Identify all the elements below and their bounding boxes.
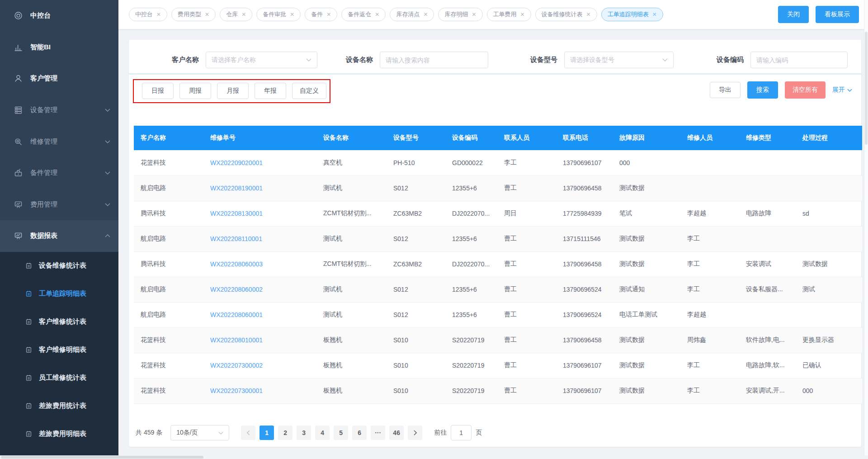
vertical-scrollbar-thumb[interactable] [865,32,868,145]
tab-parts[interactable]: 备件 [305,8,337,21]
cell-fault-reason: 测试通知 [619,285,645,293]
tab-stock-detail[interactable]: 库存明细 [438,8,482,21]
prev-page-button[interactable] [241,426,255,440]
submenu-item-customer-repair-stats[interactable]: 客户维修统计表 [0,308,118,336]
monthly-report-button[interactable]: 月报 [217,83,249,99]
tab-console[interactable]: 中控台 [129,8,167,21]
sidebar-item-customers[interactable]: 客户管理 [0,63,118,95]
close-tab-icon[interactable] [156,12,161,17]
cell-device-code: 12355+6 [452,185,477,192]
close-tab-icon[interactable] [375,12,379,17]
expand-link[interactable]: 展开 [832,86,852,94]
page-size-select[interactable]: 10条/页 [170,425,229,440]
submenu-item-employee-repair-stats[interactable]: 员工维修统计表 [0,364,118,392]
close-tab-icon[interactable] [586,12,591,17]
page-button-6[interactable]: 6 [352,426,367,440]
submenu-item-workorder-tracking[interactable]: 工单追踪明细表 [0,280,118,308]
close-tab-icon[interactable] [423,12,428,17]
close-tab-icon[interactable] [326,12,331,17]
page-button-1[interactable]: 1 [259,426,274,440]
customer-name-select[interactable]: 请选择客户名称 [206,52,317,68]
submenu-item-label: 客户维修统计表 [39,317,86,326]
col-header: 联系电话 [556,126,613,150]
workorder-link[interactable]: WX202208130001 [210,210,263,217]
export-button[interactable]: 导出 [710,82,741,98]
sidebar-item-devices[interactable]: 设备管理 [0,95,118,126]
daily-report-button[interactable]: 日报 [142,83,174,99]
sidebar-item-repairs[interactable]: 维修管理 [0,126,118,157]
workorder-link[interactable]: WX202208060001 [210,311,263,318]
tab-expense-type[interactable]: 费用类型 [171,8,216,21]
device-model-select[interactable]: 请选择设备型号 [564,52,674,68]
workorder-link[interactable]: WX202208190001 [210,185,263,192]
close-tab-icon[interactable] [241,12,246,17]
close-tab-icon[interactable] [205,12,209,17]
page-button-46[interactable]: 46 [389,426,404,440]
col-header: 处理过程 [796,126,862,150]
workorder-link[interactable]: WX202209020001 [210,159,263,166]
tab-stock-count[interactable]: 库存清点 [390,8,434,21]
vertical-scrollbar[interactable] [864,0,868,459]
cell-fault-reason: 测试数据 [619,336,645,343]
custom-report-button[interactable]: 自定义 [292,83,326,99]
page-button-2[interactable]: 2 [278,426,292,440]
sidebar-item-console[interactable]: 中控台 [0,0,118,32]
weekly-report-button[interactable]: 周报 [179,83,211,99]
tab-parts-approval[interactable]: 备件审批 [256,8,301,21]
tab-device-repair-stats[interactable]: 设备维修统计表 [535,8,597,21]
yearly-report-button[interactable]: 年报 [255,83,286,99]
submenu-item-travel-expense-stats[interactable]: 差旅费用统计表 [0,392,118,420]
workorder-link[interactable]: WX202208110001 [210,235,262,242]
page-button-4[interactable]: 4 [315,426,330,440]
cell-contact: 曹工 [504,184,517,191]
sidebar-item-bi[interactable]: 智能BI [0,32,118,63]
submenu-item-customer-repair-detail[interactable]: 客户维修明细表 [0,336,118,364]
workorder-link[interactable]: WX202207300002 [210,362,263,369]
close-tab-icon[interactable] [652,12,657,17]
cell-repairer: 李工 [687,361,700,369]
col-header: 联系人员 [497,126,556,150]
tab-workorder-expense[interactable]: 工单费用 [487,8,531,21]
submenu-item-travel-expense-detail[interactable]: 差旅费用明细表 [0,420,118,448]
journal-icon [25,290,33,298]
cell-device-model: S010 [393,336,408,344]
workorder-table: 客户名称 维修单号 设备名称 设备型号 设备编码 联系人员 联系电话 故障原因 … [134,126,862,404]
close-tab-icon[interactable] [290,12,294,17]
chevron-down-icon [105,171,110,175]
expand-label: 展开 [832,86,845,94]
col-header: 故障原因 [613,126,680,150]
next-page-button[interactable] [408,426,422,440]
workorder-link[interactable]: WX202208060002 [210,286,263,293]
device-model-label: 设备型号 [530,56,557,64]
goto-page-input[interactable] [451,425,472,440]
tab-workorder-tracking[interactable]: 工单追踪明细表 [601,8,663,21]
workorder-link[interactable]: WX202208060003 [210,260,263,268]
device-name-input[interactable] [380,52,488,68]
search-button[interactable]: 搜索 [747,81,778,99]
workorder-link[interactable]: WX202208010001 [210,336,263,344]
sidebar-item-reports[interactable]: 数据报表 [0,220,118,252]
clear-all-button[interactable]: 清空所有 [785,81,826,99]
cell-customer: 航启电路 [141,311,166,318]
sidebar-item-expenses[interactable]: 费用管理 [0,189,118,221]
page-button-3[interactable]: 3 [297,426,311,440]
reports-submenu: 设备维修统计表 工单追踪明细表 客户维修统计表 客户维修明细表 员工维修统计表 [0,252,118,455]
device-code-input[interactable] [750,52,848,68]
submenu-item-device-repair-stats[interactable]: 设备维修统计表 [0,252,118,280]
cell-repairer: 李工 [687,260,700,267]
close-tab-icon[interactable] [472,12,476,17]
cell-repairer: 李工 [687,387,700,394]
close-button[interactable]: 关闭 [778,6,809,23]
sidebar-item-spare-parts[interactable]: 备件管理 [0,157,118,189]
close-tab-icon[interactable] [520,12,525,17]
horizontal-scrollbar-thumb[interactable] [1,456,203,459]
workorder-link[interactable]: WX202207300001 [210,387,263,394]
page-button-5[interactable]: 5 [334,426,348,440]
tab-warehouse[interactable]: 仓库 [220,8,252,21]
table-row: 航启电路 WX202208110001 测试机 S012 12355+6 曹工 … [134,226,862,251]
more-pages-button[interactable]: ··· [371,426,385,440]
board-display-button[interactable]: 看板展示 [816,6,859,23]
cell-process: 测试 [802,285,815,293]
horizontal-scrollbar[interactable] [0,455,868,459]
tab-parts-return[interactable]: 备件返仓 [341,8,386,21]
